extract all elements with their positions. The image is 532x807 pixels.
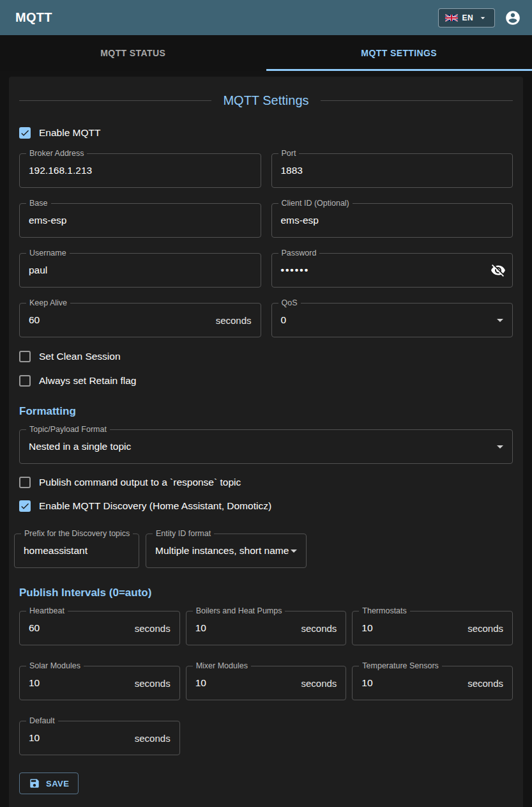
- field-label: Mixer Modules: [193, 661, 251, 672]
- mixer-interval-field[interactable]: Mixer Modules 10 seconds: [186, 666, 347, 700]
- unit-adornment: seconds: [467, 678, 503, 689]
- checkbox-unchecked-icon: [19, 477, 31, 488]
- unit-adornment: seconds: [135, 623, 171, 634]
- field-label: Topic/Payload Format: [26, 424, 110, 435]
- formatting-section-heading: Formatting: [19, 405, 513, 418]
- publish-intervals-section-heading: Publish Intervals (0=auto): [19, 587, 513, 599]
- select-value: Multiple instances, short name: [146, 545, 289, 557]
- qos-select[interactable]: QoS 0: [271, 303, 513, 337]
- heartbeat-interval-field[interactable]: Heartbeat 60 seconds: [19, 611, 180, 645]
- divider: [321, 100, 513, 101]
- field-label: Thermostats: [359, 606, 409, 617]
- field-label: Base: [26, 198, 51, 209]
- field-value: 10: [186, 622, 206, 634]
- field-label: Client ID (Optional): [278, 198, 353, 209]
- thermostats-interval-field[interactable]: Thermostats 10 seconds: [352, 611, 513, 645]
- unit-adornment: seconds: [135, 678, 171, 689]
- field-value: ems-esp: [20, 215, 66, 226]
- settings-heading: MQTT Settings: [211, 93, 320, 108]
- client-id-field[interactable]: Client ID (Optional) ems-esp: [271, 203, 513, 238]
- visibility-off-icon[interactable]: [490, 263, 506, 278]
- unit-adornment: seconds: [216, 315, 252, 326]
- checkbox-publish-response-topic[interactable]: Publish command output to a `response` t…: [19, 477, 241, 488]
- field-value: 10: [186, 677, 206, 689]
- checkbox-unchecked-icon: [19, 375, 31, 387]
- field-value: 192.168.1.213: [20, 165, 92, 176]
- checkbox-set-clean-session[interactable]: Set Clean Session: [19, 351, 121, 362]
- port-field[interactable]: Port 1883: [271, 153, 513, 188]
- field-value: paul: [20, 265, 47, 276]
- checkbox-label: Always set Retain flag: [39, 375, 137, 387]
- field-label: Solar Modules: [26, 661, 84, 672]
- field-label: Keep Alive: [26, 298, 70, 309]
- account-button[interactable]: [504, 9, 522, 27]
- field-value: 60: [20, 314, 40, 326]
- unit-adornment: seconds: [467, 623, 503, 634]
- select-value: Nested in a single topic: [20, 441, 131, 452]
- discovery-options-row: Prefix for the Discovery topics homeassi…: [14, 534, 513, 568]
- boilers-interval-field[interactable]: Boilers and Heat Pumps 10 seconds: [186, 611, 347, 645]
- field-label: Broker Address: [26, 148, 87, 159]
- save-button-label: SAVE: [46, 779, 69, 788]
- checkbox-unchecked-icon: [19, 351, 31, 362]
- active-tab-indicator: [266, 69, 532, 71]
- base-field[interactable]: Base ems-esp: [19, 203, 261, 238]
- tab-mqtt-status[interactable]: MQTT STATUS: [0, 35, 266, 71]
- field-value: 10: [20, 732, 40, 744]
- field-value: homeassistant: [15, 545, 87, 557]
- field-label: QoS: [278, 298, 301, 309]
- unit-adornment: seconds: [301, 678, 337, 689]
- field-value: 10: [353, 622, 372, 634]
- field-value: 10: [20, 677, 40, 689]
- tab-bar: MQTT STATUS MQTT SETTINGS: [0, 35, 532, 71]
- default-interval-field[interactable]: Default 10 seconds: [19, 721, 180, 755]
- field-label: Port: [278, 148, 300, 159]
- tab-label: MQTT STATUS: [100, 48, 165, 58]
- connection-fields-grid: Broker Address 192.168.1.213 Port 1883 B…: [19, 153, 513, 337]
- select-value: 0: [272, 314, 287, 326]
- dropdown-arrow-icon: [492, 439, 508, 454]
- app-bar: MQTT EN: [0, 0, 532, 35]
- language-selector-button[interactable]: EN: [438, 8, 495, 27]
- chevron-down-icon: [478, 13, 488, 23]
- publish-intervals-grid: Heartbeat 60 seconds Boilers and Heat Pu…: [19, 611, 513, 755]
- save-button[interactable]: SAVE: [19, 772, 79, 794]
- settings-heading-row: MQTT Settings: [19, 93, 513, 108]
- discovery-prefix-field[interactable]: Prefix for the Discovery topics homeassi…: [14, 534, 139, 568]
- checkbox-label: Enable MQTT Discovery (Home Assistant, D…: [39, 500, 271, 512]
- solar-interval-field[interactable]: Solar Modules 10 seconds: [19, 666, 180, 700]
- entity-id-format-select[interactable]: Entity ID format Multiple instances, sho…: [146, 534, 307, 568]
- dropdown-arrow-icon: [492, 312, 508, 328]
- unit-adornment: seconds: [301, 623, 337, 634]
- checkbox-label: Set Clean Session: [39, 351, 121, 362]
- broker-address-field[interactable]: Broker Address 192.168.1.213: [19, 153, 261, 188]
- username-field[interactable]: Username paul: [19, 253, 261, 288]
- checkbox-checked-icon: [19, 127, 31, 139]
- field-value: 60: [20, 622, 40, 634]
- checkbox-label: Publish command output to a `response` t…: [39, 477, 241, 488]
- field-label: Username: [26, 248, 70, 259]
- field-label: Temperature Sensors: [359, 661, 442, 672]
- password-field[interactable]: Password ••••••: [271, 253, 513, 288]
- topic-payload-format-select[interactable]: Topic/Payload Format Nested in a single …: [19, 429, 513, 464]
- account-circle-icon: [505, 10, 521, 26]
- save-icon: [29, 778, 40, 789]
- temperature-interval-field[interactable]: Temperature Sensors 10 seconds: [352, 666, 513, 700]
- tab-mqtt-settings[interactable]: MQTT SETTINGS: [266, 35, 532, 71]
- checkbox-enable-mqtt[interactable]: Enable MQTT: [19, 127, 100, 139]
- field-value: ••••••: [272, 265, 310, 276]
- field-label: Boilers and Heat Pumps: [193, 606, 285, 617]
- field-value: ems-esp: [272, 215, 319, 226]
- keep-alive-field[interactable]: Keep Alive 60 seconds: [19, 303, 261, 337]
- field-value: 10: [353, 677, 372, 689]
- checkbox-checked-icon: [19, 500, 31, 512]
- field-label: Password: [278, 248, 320, 259]
- unit-adornment: seconds: [135, 733, 171, 744]
- field-label: Default: [26, 716, 58, 726]
- appbar-actions: EN: [438, 8, 522, 27]
- uk-flag-icon: [445, 14, 458, 22]
- checkbox-always-set-retain-flag[interactable]: Always set Retain flag: [19, 375, 137, 387]
- divider: [19, 100, 211, 101]
- field-label: Prefix for the Discovery topics: [21, 528, 133, 539]
- checkbox-enable-mqtt-discovery[interactable]: Enable MQTT Discovery (Home Assistant, D…: [19, 500, 271, 512]
